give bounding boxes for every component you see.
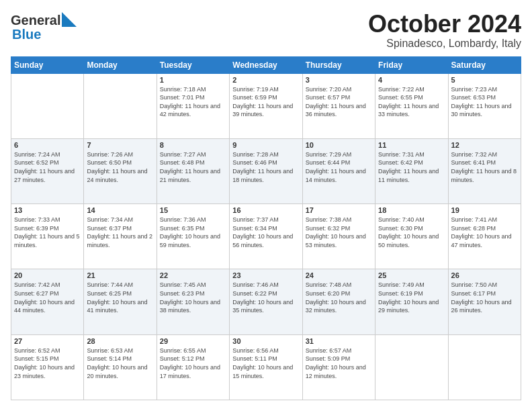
day-content: Sunrise: 7:38 AM Sunset: 6:32 PM Dayligh…: [306, 216, 372, 249]
day-content: Sunrise: 7:37 AM Sunset: 6:34 PM Dayligh…: [232, 216, 299, 249]
day-number: 3: [306, 76, 372, 84]
day-content: Sunrise: 7:36 AM Sunset: 6:35 PM Dayligh…: [160, 216, 226, 249]
day-number: 28: [87, 337, 153, 345]
column-header-thursday: Thursday: [302, 56, 375, 73]
day-number: 18: [378, 206, 445, 214]
day-content: Sunrise: 7:33 AM Sunset: 6:39 PM Dayligh…: [14, 216, 81, 249]
calendar-table: SundayMondayTuesdayWednesdayThursdayFrid…: [11, 56, 521, 400]
calendar-cell: 2Sunrise: 7:19 AM Sunset: 6:59 PM Daylig…: [230, 73, 302, 138]
day-number: 13: [14, 206, 81, 214]
calendar-cell: 13Sunrise: 7:33 AM Sunset: 6:39 PM Dayli…: [11, 204, 84, 269]
title-block: October 2024 Spinadesco, Lombardy, Italy: [368, 11, 521, 50]
day-number: 2: [232, 76, 299, 84]
calendar-cell: 15Sunrise: 7:36 AM Sunset: 6:35 PM Dayli…: [157, 204, 229, 269]
day-number: 30: [232, 337, 299, 345]
day-content: Sunrise: 6:52 AM Sunset: 5:15 PM Dayligh…: [14, 347, 81, 380]
day-number: 1: [160, 76, 226, 84]
calendar-week-row: 6Sunrise: 7:24 AM Sunset: 6:52 PM Daylig…: [11, 138, 521, 203]
day-content: Sunrise: 6:56 AM Sunset: 5:11 PM Dayligh…: [232, 347, 299, 380]
calendar-cell: [448, 334, 521, 400]
month-title: October 2024: [368, 11, 521, 38]
calendar-cell: 10Sunrise: 7:29 AM Sunset: 6:44 PM Dayli…: [302, 138, 375, 203]
day-number: 25: [378, 271, 445, 279]
column-header-monday: Monday: [84, 56, 157, 73]
column-header-friday: Friday: [375, 56, 448, 73]
column-header-saturday: Saturday: [448, 56, 521, 73]
calendar-cell: 14Sunrise: 7:34 AM Sunset: 6:37 PM Dayli…: [84, 204, 157, 269]
day-content: Sunrise: 7:20 AM Sunset: 6:57 PM Dayligh…: [306, 85, 372, 119]
calendar-cell: 22Sunrise: 7:45 AM Sunset: 6:23 PM Dayli…: [157, 269, 229, 334]
day-content: Sunrise: 7:27 AM Sunset: 6:48 PM Dayligh…: [160, 150, 226, 184]
day-content: Sunrise: 7:31 AM Sunset: 6:42 PM Dayligh…: [378, 150, 445, 184]
calendar-week-row: 1Sunrise: 7:18 AM Sunset: 7:01 PM Daylig…: [11, 73, 521, 138]
calendar-cell: 28Sunrise: 6:53 AM Sunset: 5:14 PM Dayli…: [84, 334, 157, 400]
day-content: Sunrise: 7:23 AM Sunset: 6:53 PM Dayligh…: [451, 85, 518, 119]
calendar-cell: 6Sunrise: 7:24 AM Sunset: 6:52 PM Daylig…: [11, 138, 84, 203]
column-header-wednesday: Wednesday: [230, 56, 302, 73]
day-number: 24: [306, 271, 372, 279]
calendar-cell: 3Sunrise: 7:20 AM Sunset: 6:57 PM Daylig…: [302, 73, 375, 138]
calendar-cell: 20Sunrise: 7:42 AM Sunset: 6:27 PM Dayli…: [11, 269, 84, 334]
day-number: 26: [451, 271, 518, 279]
calendar-cell: 18Sunrise: 7:40 AM Sunset: 6:30 PM Dayli…: [375, 204, 448, 269]
calendar-cell: 16Sunrise: 7:37 AM Sunset: 6:34 PM Dayli…: [230, 204, 302, 269]
day-number: 4: [378, 76, 445, 84]
column-header-sunday: Sunday: [11, 56, 84, 73]
calendar-header-row: SundayMondayTuesdayWednesdayThursdayFrid…: [11, 56, 521, 73]
day-number: 16: [232, 206, 299, 214]
svg-marker-0: [62, 12, 77, 27]
calendar-week-row: 13Sunrise: 7:33 AM Sunset: 6:39 PM Dayli…: [11, 204, 521, 269]
calendar-cell: 29Sunrise: 6:55 AM Sunset: 5:12 PM Dayli…: [157, 334, 229, 400]
day-content: Sunrise: 7:28 AM Sunset: 6:46 PM Dayligh…: [232, 150, 299, 184]
day-content: Sunrise: 7:29 AM Sunset: 6:44 PM Dayligh…: [306, 150, 372, 184]
calendar-cell: [11, 73, 84, 138]
logo-blue: Blue: [12, 27, 41, 42]
calendar-cell: 26Sunrise: 7:50 AM Sunset: 6:17 PM Dayli…: [448, 269, 521, 334]
calendar-cell: [84, 73, 157, 138]
day-number: 23: [232, 271, 299, 279]
calendar-cell: 30Sunrise: 6:56 AM Sunset: 5:11 PM Dayli…: [230, 334, 302, 400]
day-content: Sunrise: 7:32 AM Sunset: 6:41 PM Dayligh…: [451, 150, 518, 184]
day-number: 6: [14, 141, 81, 149]
day-number: 10: [306, 141, 372, 149]
calendar-cell: 4Sunrise: 7:22 AM Sunset: 6:55 PM Daylig…: [375, 73, 448, 138]
column-header-tuesday: Tuesday: [157, 56, 229, 73]
calendar-cell: 24Sunrise: 7:48 AM Sunset: 6:20 PM Dayli…: [302, 269, 375, 334]
day-content: Sunrise: 7:50 AM Sunset: 6:17 PM Dayligh…: [451, 281, 518, 314]
day-number: 22: [160, 271, 226, 279]
day-content: Sunrise: 7:18 AM Sunset: 7:01 PM Dayligh…: [160, 85, 226, 119]
calendar-cell: 12Sunrise: 7:32 AM Sunset: 6:41 PM Dayli…: [448, 138, 521, 203]
day-content: Sunrise: 7:44 AM Sunset: 6:25 PM Dayligh…: [87, 281, 153, 314]
calendar-cell: 19Sunrise: 7:41 AM Sunset: 6:28 PM Dayli…: [448, 204, 521, 269]
day-number: 11: [378, 141, 445, 149]
day-number: 20: [14, 271, 81, 279]
calendar-cell: 1Sunrise: 7:18 AM Sunset: 7:01 PM Daylig…: [157, 73, 229, 138]
day-number: 21: [87, 271, 153, 279]
day-number: 8: [160, 141, 226, 149]
day-number: 27: [14, 337, 81, 345]
day-number: 31: [306, 337, 372, 345]
day-content: Sunrise: 7:26 AM Sunset: 6:50 PM Dayligh…: [87, 150, 153, 184]
day-number: 7: [87, 141, 153, 149]
day-number: 5: [451, 76, 518, 84]
calendar-body: 1Sunrise: 7:18 AM Sunset: 7:01 PM Daylig…: [11, 73, 521, 400]
day-content: Sunrise: 7:34 AM Sunset: 6:37 PM Dayligh…: [87, 216, 153, 249]
calendar-cell: 17Sunrise: 7:38 AM Sunset: 6:32 PM Dayli…: [302, 204, 375, 269]
location: Spinadesco, Lombardy, Italy: [368, 38, 521, 50]
calendar-cell: 11Sunrise: 7:31 AM Sunset: 6:42 PM Dayli…: [375, 138, 448, 203]
day-content: Sunrise: 7:46 AM Sunset: 6:22 PM Dayligh…: [232, 281, 299, 314]
day-content: Sunrise: 7:19 AM Sunset: 6:59 PM Dayligh…: [232, 85, 299, 119]
day-content: Sunrise: 7:40 AM Sunset: 6:30 PM Dayligh…: [378, 216, 445, 249]
day-content: Sunrise: 6:55 AM Sunset: 5:12 PM Dayligh…: [160, 347, 226, 380]
day-number: 9: [232, 141, 299, 149]
logo-arrow-icon: [62, 12, 77, 27]
day-content: Sunrise: 6:57 AM Sunset: 5:09 PM Dayligh…: [306, 347, 372, 380]
day-number: 12: [451, 141, 518, 149]
calendar-week-row: 27Sunrise: 6:52 AM Sunset: 5:15 PM Dayli…: [11, 334, 521, 400]
day-content: Sunrise: 6:53 AM Sunset: 5:14 PM Dayligh…: [87, 347, 153, 380]
calendar-cell: 5Sunrise: 7:23 AM Sunset: 6:53 PM Daylig…: [448, 73, 521, 138]
calendar-week-row: 20Sunrise: 7:42 AM Sunset: 6:27 PM Dayli…: [11, 269, 521, 334]
day-number: 15: [160, 206, 226, 214]
logo: General Blue: [11, 11, 77, 42]
day-number: 19: [451, 206, 518, 214]
